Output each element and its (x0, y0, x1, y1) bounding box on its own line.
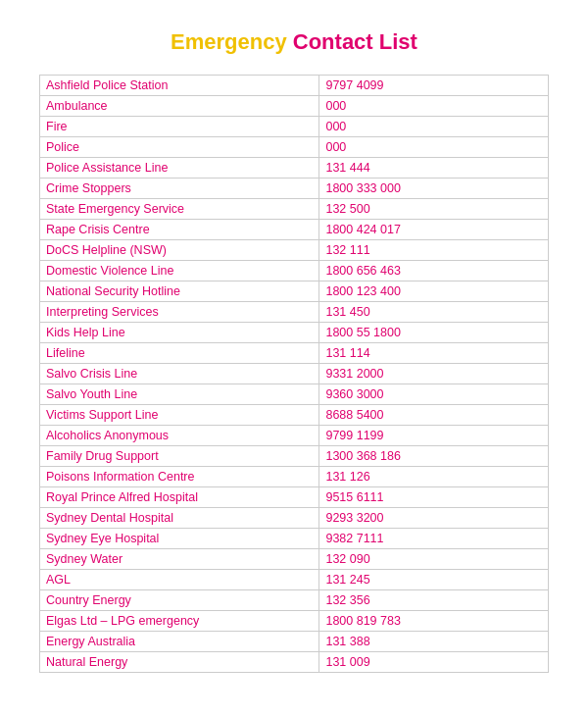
contact-name: State Emergency Service (40, 199, 319, 220)
title-contact: Contact (293, 29, 373, 54)
table-row: Sydney Dental Hospital9293 3200 (40, 508, 549, 529)
contact-name: Police (40, 137, 319, 158)
contact-name: Police Assistance Line (40, 158, 319, 179)
table-row: Natural Energy131 009 (40, 652, 549, 673)
table-row: Crime Stoppers1800 333 000 (40, 179, 549, 199)
contact-number: 9515 6111 (319, 487, 549, 508)
contact-number: 8688 5400 (319, 405, 549, 426)
contact-number: 9293 3200 (319, 508, 549, 529)
contact-number: 132 356 (319, 590, 549, 611)
contact-number: 1800 819 783 (319, 611, 549, 632)
table-row: National Security Hotline1800 123 400 (40, 281, 549, 302)
table-row: Alcoholics Anonymous9799 1199 (40, 426, 549, 446)
contact-number: 131 450 (319, 302, 549, 323)
table-row: Ambulance000 (40, 96, 549, 117)
contact-number: 1800 55 1800 (319, 323, 549, 343)
table-row: DoCS Helpline (NSW)132 111 (40, 240, 549, 261)
table-row: AGL131 245 (40, 570, 549, 590)
table-row: Interpreting Services131 450 (40, 302, 549, 323)
contact-name: Family Drug Support (40, 446, 319, 467)
contact-name: DoCS Helpline (NSW) (40, 240, 319, 261)
table-row: Sydney Eye Hospital9382 7111 (40, 529, 549, 549)
contact-number: 1800 333 000 (319, 179, 549, 199)
contact-name: Domestic Violence Line (40, 261, 319, 281)
contact-name: Natural Energy (40, 652, 319, 673)
contact-number: 131 114 (319, 343, 549, 364)
table-row: Police Assistance Line131 444 (40, 158, 549, 179)
contact-name: Fire (40, 117, 319, 137)
page: Emergency Contact List Ashfield Police S… (0, 0, 588, 716)
table-row: Family Drug Support1300 368 186 (40, 446, 549, 467)
contact-name: Rape Crisis Centre (40, 220, 319, 240)
contact-number: 131 388 (319, 632, 549, 652)
table-row: Domestic Violence Line1800 656 463 (40, 261, 549, 281)
contact-name: Kids Help Line (40, 323, 319, 343)
table-row: Lifeline131 114 (40, 343, 549, 364)
contact-number: 1800 656 463 (319, 261, 549, 281)
contact-number: 9360 3000 (319, 384, 549, 405)
table-row: State Emergency Service132 500 (40, 199, 549, 220)
contact-number: 1800 424 017 (319, 220, 549, 240)
contact-name: Energy Australia (40, 632, 319, 652)
table-row: Victims Support Line8688 5400 (40, 405, 549, 426)
contact-name: Salvo Youth Line (40, 384, 319, 405)
contact-number: 9799 1199 (319, 426, 549, 446)
contact-number: 1300 368 186 (319, 446, 549, 467)
contact-number: 9331 2000 (319, 364, 549, 384)
contact-number: 131 245 (319, 570, 549, 590)
table-row: Elgas Ltd – LPG emergency1800 819 783 (40, 611, 549, 632)
title-list: List (379, 29, 417, 54)
contact-number: 132 111 (319, 240, 549, 261)
contact-name: Victims Support Line (40, 405, 319, 426)
contact-name: AGL (40, 570, 319, 590)
contact-number: 000 (319, 137, 549, 158)
contact-name: Crime Stoppers (40, 179, 319, 199)
table-row: Kids Help Line1800 55 1800 (40, 323, 549, 343)
contact-number: 1800 123 400 (319, 281, 549, 302)
page-title: Emergency Contact List (39, 29, 549, 55)
contact-name: Sydney Water (40, 549, 319, 570)
contact-name: Sydney Eye Hospital (40, 529, 319, 549)
table-row: Sydney Water132 090 (40, 549, 549, 570)
table-row: Salvo Crisis Line9331 2000 (40, 364, 549, 384)
table-row: Country Energy132 356 (40, 590, 549, 611)
contact-number: 131 444 (319, 158, 549, 179)
contact-name: Ambulance (40, 96, 319, 117)
contact-name: Sydney Dental Hospital (40, 508, 319, 529)
contact-number: 132 500 (319, 199, 549, 220)
contact-name: Country Energy (40, 590, 319, 611)
contact-name: Royal Prince Alfred Hospital (40, 487, 319, 508)
contact-number: 9382 7111 (319, 529, 549, 549)
contact-number: 131 126 (319, 467, 549, 487)
contact-number: 000 (319, 117, 549, 137)
contact-name: Poisons Information Centre (40, 467, 319, 487)
contact-name: Elgas Ltd – LPG emergency (40, 611, 319, 632)
contact-number: 000 (319, 96, 549, 117)
table-row: Salvo Youth Line9360 3000 (40, 384, 549, 405)
table-row: Royal Prince Alfred Hospital9515 6111 (40, 487, 549, 508)
contact-name: Interpreting Services (40, 302, 319, 323)
contact-name: Lifeline (40, 343, 319, 364)
contact-name: Alcoholics Anonymous (40, 426, 319, 446)
contact-number: 9797 4099 (319, 76, 549, 96)
table-row: Rape Crisis Centre1800 424 017 (40, 220, 549, 240)
table-row: Poisons Information Centre131 126 (40, 467, 549, 487)
contact-number: 131 009 (319, 652, 549, 673)
title-emergency: Emergency (171, 29, 287, 54)
contacts-table: Ashfield Police Station9797 4099Ambulanc… (39, 75, 549, 673)
table-row: Ashfield Police Station9797 4099 (40, 76, 549, 96)
contact-name: National Security Hotline (40, 281, 319, 302)
contact-name: Salvo Crisis Line (40, 364, 319, 384)
table-row: Fire000 (40, 117, 549, 137)
table-row: Police000 (40, 137, 549, 158)
table-row: Energy Australia131 388 (40, 632, 549, 652)
contact-name: Ashfield Police Station (40, 76, 319, 96)
contact-number: 132 090 (319, 549, 549, 570)
